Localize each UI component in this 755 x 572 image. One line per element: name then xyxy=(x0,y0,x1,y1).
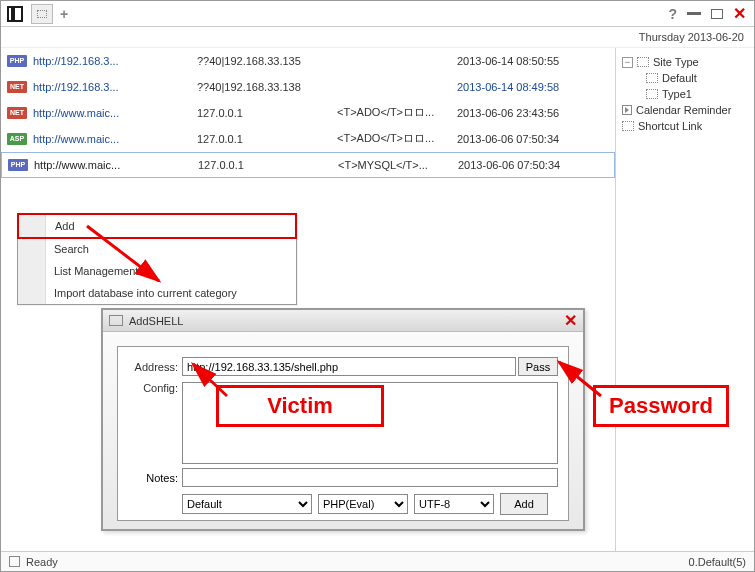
pass-button[interactable]: Pass xyxy=(518,357,558,376)
tree-label: Site Type xyxy=(653,56,699,68)
addshell-titlebar[interactable]: AddSHELL ✕ xyxy=(103,310,583,332)
cell-ip: ??40|192.168.33.135 xyxy=(197,55,337,67)
ctx-item-add[interactable]: Add xyxy=(17,213,297,239)
link-icon xyxy=(622,121,634,131)
minimize-button[interactable] xyxy=(687,12,701,15)
add-button[interactable]: Add xyxy=(500,493,548,515)
status-text: Ready xyxy=(26,556,58,568)
ctx-item-search[interactable]: Search xyxy=(18,238,296,260)
cell-ip: 127.0.0.1 xyxy=(197,133,337,145)
top-toolbar: + ? ✕ xyxy=(1,1,754,27)
tree-label: Shortcut Link xyxy=(638,120,702,132)
help-icon[interactable]: ? xyxy=(668,6,677,22)
notes-input[interactable] xyxy=(182,468,558,487)
folder-icon xyxy=(646,73,658,83)
tree-item-type1[interactable]: Type1 xyxy=(620,86,750,102)
cell-time: 2013-06-06 07:50:34 xyxy=(458,159,598,171)
cell-url: http://192.168.3... xyxy=(33,81,139,93)
type-select[interactable]: PHP(Eval) xyxy=(318,494,408,514)
table-row[interactable]: ASP http://www.maic... 127.0.0.1 <T>ADO<… xyxy=(1,126,615,152)
tree-root-site-type[interactable]: − Site Type xyxy=(620,54,750,70)
date-header: Thursday 2013-06-20 xyxy=(1,27,754,48)
cell-ip: 127.0.0.1 xyxy=(198,159,338,171)
annotation-victim: Victim xyxy=(216,385,384,427)
cell-time: 2013-06-14 08:49:58 xyxy=(457,81,597,93)
side-tree-pane: − Site Type Default Type1 Calendar Remin… xyxy=(616,48,754,552)
tree-item-calendar[interactable]: Calendar Reminder xyxy=(620,102,750,118)
cell-time: 2013-06-14 08:50:55 xyxy=(457,55,597,67)
cell-url: http://www.maic... xyxy=(34,159,140,171)
type-badge: PHP xyxy=(8,159,28,171)
address-input[interactable] xyxy=(182,357,516,376)
type-badge: NET xyxy=(7,107,27,119)
tree-item-shortcut[interactable]: Shortcut Link xyxy=(620,118,750,134)
config-label: Config: xyxy=(128,382,178,464)
play-icon xyxy=(622,105,632,115)
close-button[interactable]: ✕ xyxy=(733,6,746,22)
tree-expander-icon[interactable]: − xyxy=(622,57,633,68)
ctx-item-list-management[interactable]: List Management xyxy=(18,260,296,282)
type-badge: ASP xyxy=(7,133,27,145)
notes-label: Notes: xyxy=(128,472,178,484)
tree-label: Calendar Reminder xyxy=(636,104,731,116)
type-badge: PHP xyxy=(7,55,27,67)
cell-url: http://www.maic... xyxy=(33,133,139,145)
cell-time: 2013-06-06 07:50:34 xyxy=(457,133,597,145)
window-title: AddSHELL xyxy=(129,315,183,327)
cell-url: http://www.maic... xyxy=(33,107,139,119)
window-close-button[interactable]: ✕ xyxy=(564,311,577,330)
table-row[interactable]: NET http://www.maic... 127.0.0.1 <T>ADO<… xyxy=(1,100,615,126)
status-bar: Ready 0.Default(5) xyxy=(1,551,754,571)
tab-home[interactable] xyxy=(31,4,53,24)
encoding-select[interactable]: UTF-8 xyxy=(414,494,494,514)
folder-icon xyxy=(646,89,658,99)
table-row[interactable]: PHP http://www.maic... 127.0.0.1 <T>MYSQ… xyxy=(1,152,615,178)
address-label: Address: xyxy=(128,361,178,373)
cell-ip: ??40|192.168.33.138 xyxy=(197,81,337,93)
tab-strip: + xyxy=(5,4,73,24)
table-row[interactable]: NET http://192.168.3... ??40|192.168.33.… xyxy=(1,74,615,100)
window-icon xyxy=(109,315,123,326)
table-row[interactable]: PHP http://192.168.3... ??40|192.168.33.… xyxy=(1,48,615,74)
cell-meta: <T>ADO</T>ロロ... xyxy=(337,105,457,120)
cell-ip: 127.0.0.1 xyxy=(197,107,337,119)
status-right: 0.Default(5) xyxy=(689,556,746,568)
category-select[interactable]: Default xyxy=(182,494,312,514)
ctx-item-import-database[interactable]: Import database into current category xyxy=(18,282,296,304)
maximize-button[interactable] xyxy=(711,9,723,19)
status-checkbox[interactable] xyxy=(9,556,20,567)
cell-time: 2013-06-06 23:43:56 xyxy=(457,107,597,119)
cell-meta: <T>ADO</T>ロロ... xyxy=(337,131,457,146)
annotation-password: Password xyxy=(593,385,729,427)
context-menu: Add Search List Management Import databa… xyxy=(17,213,297,305)
cell-url: http://192.168.3... xyxy=(33,55,139,67)
new-tab-button[interactable]: + xyxy=(55,5,73,23)
folder-icon xyxy=(637,57,649,67)
tree-label: Default xyxy=(662,72,697,84)
cell-meta: <T>MYSQL</T>... xyxy=(338,159,458,171)
app-icon xyxy=(7,6,23,22)
tab-thumb-icon xyxy=(37,10,47,18)
tree-label: Type1 xyxy=(662,88,692,100)
type-badge: NET xyxy=(7,81,27,93)
tree-item-default[interactable]: Default xyxy=(620,70,750,86)
